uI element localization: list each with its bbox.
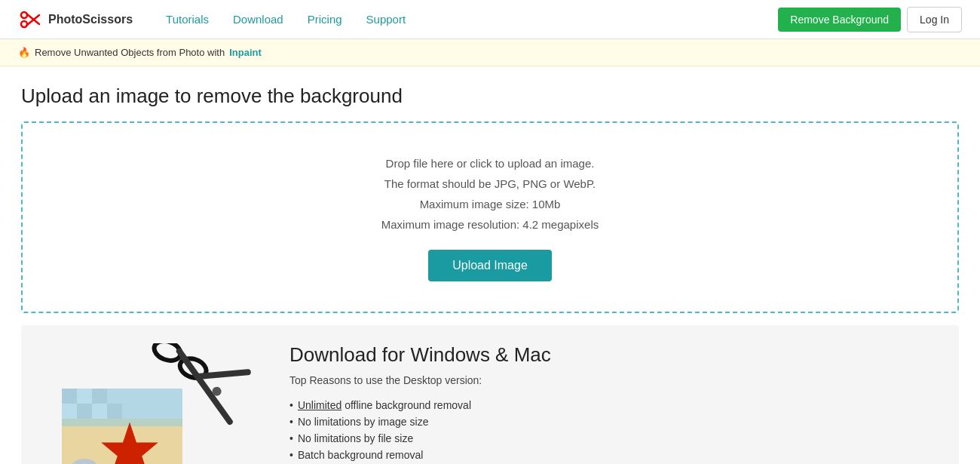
main-content: Upload an image to remove the background… xyxy=(0,66,980,464)
bullet-3: • xyxy=(289,432,293,444)
bullet-4: • xyxy=(289,449,293,461)
svg-point-0 xyxy=(21,12,27,18)
main-nav: Tutorials Download Pricing Support xyxy=(157,8,778,30)
svg-point-1 xyxy=(21,21,27,27)
bullet-2: • xyxy=(289,416,293,428)
banner-icon: 🔥 xyxy=(18,47,30,58)
bullet-1: • xyxy=(289,399,293,411)
desktop-app-illustration xyxy=(39,343,265,464)
download-title: Download for Windows & Mac xyxy=(289,343,941,367)
logo-icon xyxy=(18,8,42,32)
upload-line3: Maximum image size: 10Mb xyxy=(38,194,942,214)
feature-item-3: • No limitations by file size xyxy=(289,430,941,447)
upload-image-button[interactable]: Upload Image xyxy=(428,250,552,281)
upload-line1: Drop file here or click to upload an ima… xyxy=(38,153,942,174)
feature-item-4: • Batch background removal xyxy=(289,447,941,463)
feature-1-suffix: offline background removal xyxy=(341,399,471,411)
nav-download[interactable]: Download xyxy=(224,8,292,30)
download-subtitle: Top Reasons to use the Desktop version: xyxy=(289,374,941,386)
promo-banner: 🔥 Remove Unwanted Objects from Photo wit… xyxy=(0,39,980,66)
header: PhotoScissors Tutorials Download Pricing… xyxy=(0,0,980,39)
logo-text: PhotoScissors xyxy=(48,13,133,26)
banner-text: Remove Unwanted Objects from Photo with xyxy=(35,47,225,58)
feature-3: No limitations by file size xyxy=(298,432,413,444)
upload-description: Drop file here or click to upload an ima… xyxy=(38,153,942,235)
download-section: Download for Windows & Mac Top Reasons t… xyxy=(21,325,959,464)
feature-unlimited: Unlimited xyxy=(298,399,341,411)
feature-4: Batch background removal xyxy=(298,449,424,461)
svg-rect-13 xyxy=(62,389,182,426)
inpaint-link[interactable]: Inpaint xyxy=(229,47,262,58)
upload-dropzone[interactable]: Drop file here or click to upload an ima… xyxy=(21,121,959,313)
feature-item-1: • Unlimited offline background removal xyxy=(289,397,941,413)
login-button[interactable]: Log In xyxy=(907,7,962,32)
feature-2: No limitations by image size xyxy=(298,416,429,428)
nav-tutorials[interactable]: Tutorials xyxy=(157,8,218,30)
logo-area: PhotoScissors xyxy=(18,8,133,32)
nav-support[interactable]: Support xyxy=(357,8,415,30)
page-title: Upload an image to remove the background xyxy=(21,85,959,108)
feature-list: • Unlimited offline background removal •… xyxy=(289,397,941,464)
upload-line2: The format should be JPG, PNG or WebP. xyxy=(38,174,942,194)
remove-background-button[interactable]: Remove Background xyxy=(778,8,901,32)
feature-item-2: • No limitations by image size xyxy=(289,413,941,430)
nav-pricing[interactable]: Pricing xyxy=(299,8,351,30)
download-content: Download for Windows & Mac Top Reasons t… xyxy=(289,343,941,464)
upload-line4: Maximum image resolution: 4.2 megapixels xyxy=(38,214,942,235)
header-buttons: Remove Background Log In xyxy=(778,7,962,32)
